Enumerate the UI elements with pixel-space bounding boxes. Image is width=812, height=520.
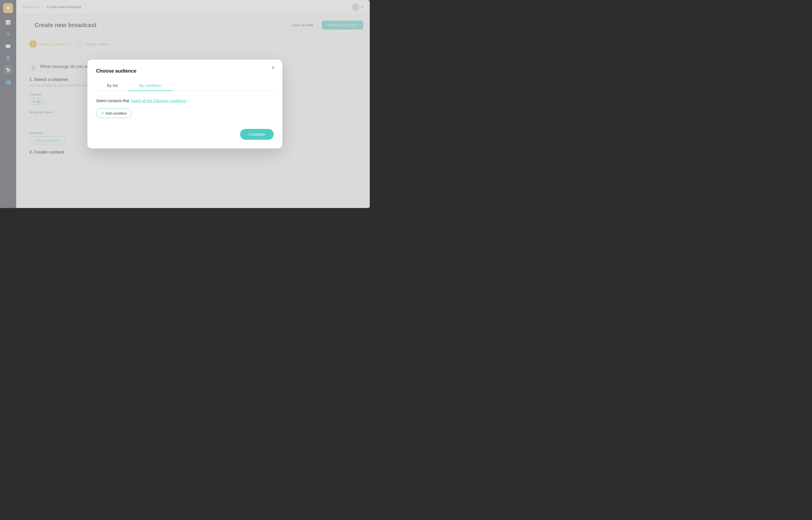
add-condition-label: Add condition <box>105 111 127 115</box>
modal-choose-audience: × Choose audience By list By condition S… <box>87 59 282 149</box>
app-layout: 💬 📊 ⊞ ✉️ 👤 📡 👥 <box>0 0 370 208</box>
modal-footer: Complete <box>96 129 274 140</box>
select-contacts-prefix: Select contacts that <box>96 99 129 103</box>
modal-close-button[interactable]: × <box>269 64 277 72</box>
tab-by-list[interactable]: By list <box>96 80 129 91</box>
app-frame: 💬 📊 ⊞ ✉️ 👤 📡 👥 <box>0 0 370 208</box>
tab-by-condition[interactable]: By condition <box>129 80 172 91</box>
select-contacts-suffix: : <box>188 99 189 103</box>
select-contacts-row: Select contacts that match all the follo… <box>96 99 274 103</box>
modal-overlay: × Choose audience By list By condition S… <box>0 0 370 208</box>
modal-tabs: By list By condition <box>96 80 274 91</box>
complete-button[interactable]: Complete <box>240 129 274 140</box>
match-conditions-link[interactable]: match all the following conditions <box>131 99 186 103</box>
close-icon: × <box>272 65 275 71</box>
plus-icon: + <box>101 111 104 115</box>
modal-title: Choose audience <box>96 68 274 74</box>
add-condition-button[interactable]: + Add condition <box>96 108 132 118</box>
main-content: Broadcasts > Create new broadcast ▾ ← <box>16 0 370 208</box>
